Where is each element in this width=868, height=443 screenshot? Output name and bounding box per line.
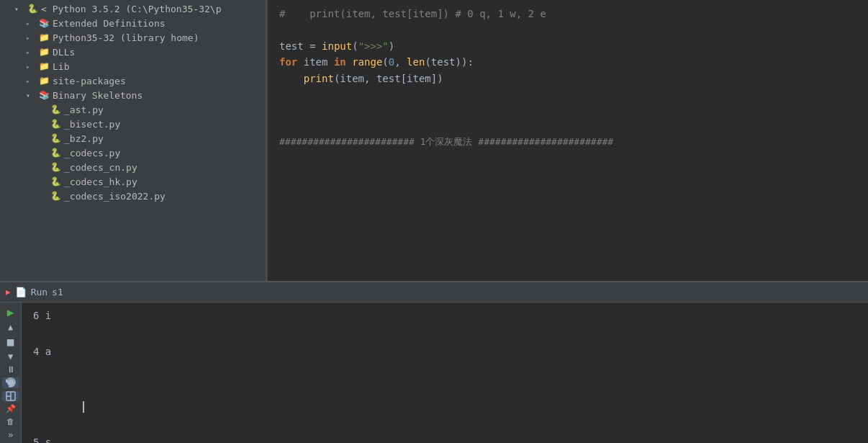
code-line-test-input: test = input(">>>") (279, 38, 856, 54)
pyfile-icon: 🐍 (49, 190, 62, 202)
sidebar-item-label: _ast.py (64, 104, 104, 115)
run-file-icon: 📄 (15, 287, 27, 297)
python-icon: 🐍 (26, 3, 39, 14)
arrow-right-icon: ▸ (26, 48, 37, 56)
sidebar-item-codecs-iso2022[interactable]: ▸ 🐍 _codecs_iso2022.py (0, 189, 266, 203)
layout-button[interactable] (2, 391, 19, 401)
pyfile-icon: 🐍 (49, 176, 62, 187)
run-body: ▶ ▲ ■ ▼ ⏸ 📌 🗑 » (0, 303, 868, 443)
pyfile-icon: 🐍 (49, 104, 62, 115)
code-line-for-loop: for item in range(0, len(test)): (279, 54, 856, 70)
sidebar-item-binary-skeletons[interactable]: ▾ 📚 Binary Skeletons (0, 88, 266, 102)
sidebar-item-lib[interactable]: ▸ 📁 Lib (0, 59, 266, 73)
sidebar-item-label: Lib (53, 61, 69, 72)
run-header-label: Run (31, 287, 48, 297)
arrow-right-icon: ▸ (26, 34, 37, 42)
pause-button[interactable]: ⏸ (2, 364, 19, 375)
sidebar-item-bisect[interactable]: ▸ 🐍 _bisect.py (0, 117, 266, 131)
sidebar-item-label: < Python 3.5.2 (C:\Python35-32\p (41, 4, 221, 14)
sidebar-item-codecs[interactable]: ▸ 🐍 _codecs.py (0, 146, 266, 160)
run-toolbar: ▶ ▲ ■ ▼ ⏸ 📌 🗑 » (0, 303, 22, 443)
sidebar-item-codecs-hk[interactable]: ▸ 🐍 _codecs_hk.py (0, 174, 266, 189)
output-cursor-line (33, 362, 856, 434)
code-line-separator: ######################## 1个深灰魔法 ########… (279, 135, 856, 151)
sidebar-item-label: _codecs.py (64, 148, 120, 158)
output-line-0: 6 i (33, 307, 856, 325)
folder-icon: 📁 (37, 61, 50, 72)
scroll-down-button[interactable]: ▼ (2, 352, 19, 362)
sidebar-item-label: _bz2.py (64, 133, 104, 144)
folder-icon: 📁 (37, 75, 50, 86)
sidebar-item-site-packages[interactable]: ▸ 📁 site-packages (0, 73, 266, 88)
output-line-blank (33, 325, 856, 343)
run-tab-label: s1 (52, 287, 63, 297)
scroll-up-button[interactable]: ▲ (2, 322, 19, 332)
code-line-comment: # print(item, test[item]) # 0 q, 1 w, 2 … (279, 6, 856, 22)
arrow-right-icon: ▸ (26, 19, 37, 27)
arrow-right-icon: ▸ (26, 63, 37, 71)
sidebar-item-label: site-packages (53, 76, 126, 86)
code-line-blank1 (279, 22, 856, 37)
sidebar-item-dlls[interactable]: ▸ 📁 DLLs (0, 45, 266, 59)
pyfile-icon: 🐍 (49, 161, 62, 173)
output-line-1: 4 a (33, 343, 856, 361)
module-icon: 📚 (37, 89, 50, 101)
code-line-blank4 (279, 119, 856, 135)
pyfile-icon: 🐍 (49, 147, 62, 158)
code-line-blank2 (279, 86, 856, 102)
sidebar-item-label: Extended Definitions (53, 18, 166, 29)
sidebar-item-ast[interactable]: ▸ 🐍 _ast.py (0, 102, 266, 117)
main-area: ▾ 🐍 < Python 3.5.2 (C:\Python35-32\p ▸ 📚… (0, 0, 868, 281)
run-header: ▶ 📄 Run s1 (0, 282, 868, 303)
sidebar-item-label: DLLs (53, 47, 75, 58)
sidebar-item-python-root[interactable]: ▾ 🐍 < Python 3.5.2 (C:\Python35-32\p (0, 1, 266, 16)
pin-button[interactable]: 📌 (2, 404, 19, 414)
sidebar-item-label: _codecs_cn.py (64, 162, 137, 173)
sidebar-item-label: _codecs_iso2022.py (64, 191, 166, 202)
rerun-button[interactable] (2, 377, 19, 388)
sidebar-item-label: Python35-32 (library home) (53, 32, 199, 43)
code-editor[interactable]: # print(item, test[item]) # 0 q, 1 w, 2 … (266, 0, 868, 281)
text-cursor (83, 401, 84, 413)
pyfile-icon: 🐍 (49, 118, 62, 130)
arrow-right-icon: ▸ (26, 77, 37, 85)
sidebar-item-label: _bisect.py (64, 119, 120, 130)
folder-icon: 📁 (37, 32, 50, 43)
cursor-spacer (81, 382, 87, 394)
sidebar-item-python35-32[interactable]: ▸ 📁 Python35-32 (library home) (0, 30, 266, 45)
sidebar-item-extended-definitions[interactable]: ▸ 📚 Extended Definitions (0, 16, 266, 30)
clear-button[interactable]: 🗑 (2, 417, 19, 427)
pyfile-icon: 🐍 (49, 133, 62, 144)
sidebar-item-codecs-cn[interactable]: ▸ 🐍 _codecs_cn.py (0, 160, 266, 174)
sidebar-item-label: _codecs_hk.py (64, 176, 137, 187)
output-line-2: 5 s (33, 434, 856, 443)
run-header-icon: ▶ (6, 287, 11, 297)
code-line-blank3 (279, 102, 856, 118)
sidebar: ▾ 🐍 < Python 3.5.2 (C:\Python35-32\p ▸ 📚… (0, 0, 266, 281)
module-icon: 📚 (37, 17, 50, 29)
run-panel: ▶ 📄 Run s1 ▶ ▲ ■ ▼ ⏸ (0, 281, 868, 443)
code-line-print: print(item, test[item]) (279, 71, 856, 86)
stop-button[interactable]: ■ (2, 335, 19, 349)
arrow-down-icon: ▾ (26, 91, 37, 99)
arrow-down-icon: ▾ (14, 5, 26, 13)
run-button[interactable]: ▶ (2, 305, 19, 319)
sidebar-item-bz2[interactable]: ▸ 🐍 _bz2.py (0, 131, 266, 146)
run-output[interactable]: 6 i 4 a 5 s 6 d 7 f 8 o (22, 303, 868, 443)
folder-icon: 📁 (37, 46, 50, 58)
more-button[interactable]: » (2, 430, 19, 440)
sidebar-item-label: Binary Skeletons (53, 90, 143, 101)
